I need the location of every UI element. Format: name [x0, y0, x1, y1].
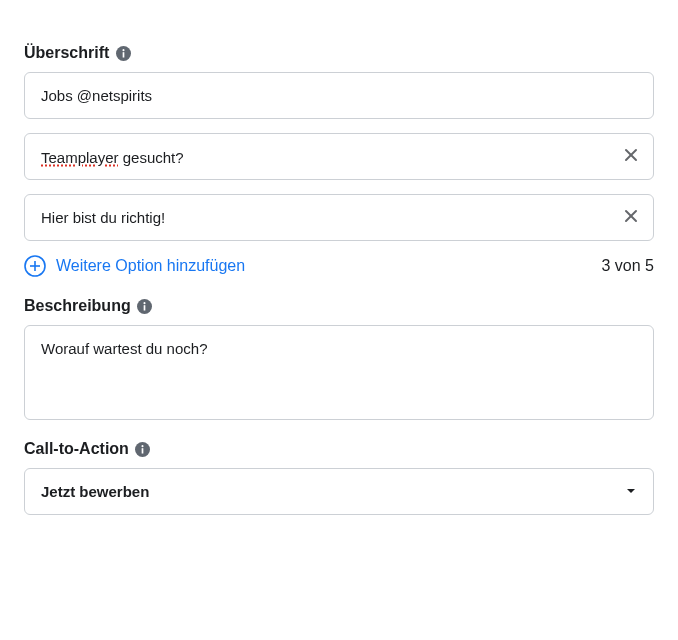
headline-input-3[interactable]	[25, 195, 609, 240]
svg-rect-1	[123, 52, 125, 57]
info-icon[interactable]	[135, 441, 151, 457]
add-option-row: Weitere Option hinzufügen 3 von 5	[24, 255, 654, 277]
chevron-down-icon	[625, 483, 637, 500]
svg-point-2	[122, 49, 124, 51]
headline-option-2: Teamplayer gesucht?	[24, 133, 654, 180]
add-option-button[interactable]: Weitere Option hinzufügen	[24, 255, 245, 277]
info-icon[interactable]	[115, 45, 131, 61]
headline-input-1[interactable]	[25, 73, 653, 118]
cta-select[interactable]: Jetzt bewerben	[24, 468, 654, 515]
svg-rect-11	[144, 305, 146, 310]
add-option-label: Weitere Option hinzufügen	[56, 257, 245, 275]
close-icon	[623, 208, 639, 227]
svg-rect-14	[142, 448, 144, 453]
cta-label-text: Call-to-Action	[24, 440, 129, 458]
cta-label: Call-to-Action	[24, 440, 654, 458]
svg-point-12	[144, 302, 146, 304]
info-icon[interactable]	[137, 298, 153, 314]
remove-option-3-button[interactable]	[609, 208, 653, 227]
headline-label: Überschrift	[24, 44, 654, 62]
svg-point-15	[142, 445, 144, 447]
headline-option-3	[24, 194, 654, 241]
description-textarea[interactable]: Worauf wartest du noch?	[25, 326, 653, 416]
cta-selected-value: Jetzt bewerben	[41, 483, 149, 500]
headline-counter: 3 von 5	[602, 257, 654, 275]
headline-label-text: Überschrift	[24, 44, 109, 62]
remove-option-2-button[interactable]	[609, 147, 653, 166]
headline-input-2[interactable]	[25, 134, 609, 179]
headline-option-1	[24, 72, 654, 119]
close-icon	[623, 147, 639, 166]
plus-circle-icon	[24, 255, 46, 277]
description-label-text: Beschreibung	[24, 297, 131, 315]
description-field: Worauf wartest du noch?	[24, 325, 654, 420]
description-label: Beschreibung	[24, 297, 654, 315]
